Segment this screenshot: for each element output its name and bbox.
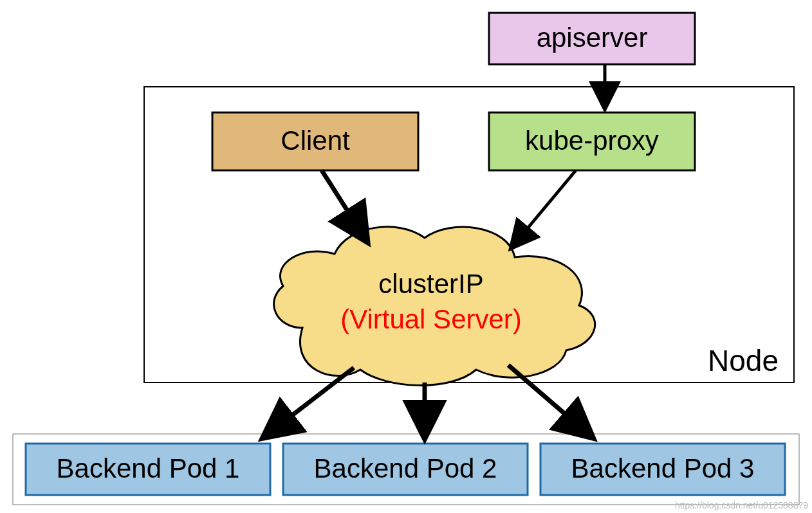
pod2-label: Backend Pod 2 [314, 453, 497, 483]
edge-client-cluster [322, 170, 367, 241]
kubeproxy-label: kube-proxy [525, 125, 659, 156]
cluster-subtitle: (Virtual Server) [340, 304, 522, 334]
backend-pod-3: Backend Pod 3 [540, 444, 785, 495]
cluster-title: clusterIP [378, 269, 483, 299]
apiserver-box: apiserver [489, 13, 695, 64]
diagram-canvas: Node apiserver Client kube-proxy cluster… [0, 0, 812, 513]
edge-kubeproxy-cluster [512, 170, 576, 248]
client-label: Client [281, 125, 350, 156]
node-label: Node [708, 344, 779, 377]
edge-cluster-pod3 [508, 365, 592, 437]
pod1-label: Backend Pod 1 [57, 453, 240, 483]
watermark: https://blog.csdn.net/u012588879 [675, 500, 808, 510]
backend-pod-2: Backend Pod 2 [283, 444, 528, 495]
cluster-cloud: clusterIP (Virtual Server) [274, 227, 595, 386]
edge-cluster-pod1 [264, 368, 354, 437]
backend-pod-1: Backend Pod 1 [26, 444, 270, 495]
pod3-label: Backend Pod 3 [571, 453, 755, 483]
apiserver-label: apiserver [537, 22, 648, 53]
client-box: Client [212, 113, 418, 170]
kubeproxy-box: kube-proxy [489, 113, 695, 170]
